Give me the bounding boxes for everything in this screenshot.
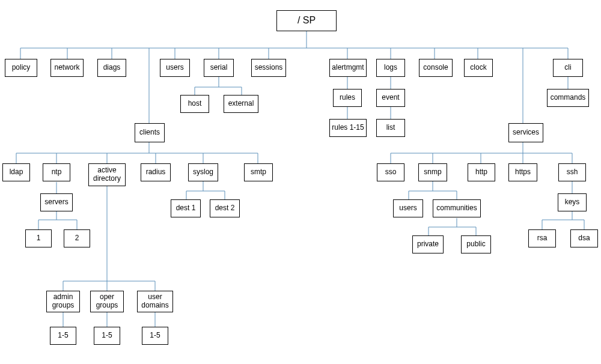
node-policy: policy bbox=[5, 59, 37, 77]
node-ssh: ssh bbox=[558, 163, 586, 181]
node-snmp: snmp bbox=[418, 163, 447, 181]
node-ad-1-5-a: 1-5 bbox=[50, 327, 76, 345]
node-oper-groups: opergroups bbox=[90, 291, 124, 312]
node-ntp: ntp bbox=[43, 163, 70, 181]
node-snmp-public: public bbox=[461, 235, 491, 253]
node-console: console bbox=[419, 59, 453, 77]
node-ad-1-5-c: 1-5 bbox=[142, 327, 168, 345]
node-alertmgmt: alertmgmt bbox=[329, 59, 367, 77]
node-snmp-communities: communities bbox=[433, 199, 481, 217]
node-cli-commands: commands bbox=[547, 89, 589, 107]
node-ad-1-5-b: 1-5 bbox=[94, 327, 120, 345]
node-logs-list: list bbox=[376, 119, 405, 137]
node-services: services bbox=[508, 123, 543, 142]
node-users: users bbox=[160, 59, 190, 77]
node-alert-rules: rules bbox=[333, 89, 362, 107]
node-diags: diags bbox=[97, 59, 126, 77]
node-syslog: syslog bbox=[188, 163, 218, 181]
node-https: https bbox=[508, 163, 537, 181]
node-alert-rules-1-15: rules 1-15 bbox=[329, 119, 367, 137]
node-serial-external: external bbox=[224, 95, 258, 113]
node-ssh-rsa: rsa bbox=[528, 229, 556, 247]
node-clients: clients bbox=[135, 123, 165, 142]
node-active-directory: activedirectory bbox=[88, 163, 126, 186]
node-sso: sso bbox=[377, 163, 404, 181]
node-root: / SP bbox=[276, 10, 337, 31]
node-sessions: sessions bbox=[251, 59, 286, 77]
node-snmp-private: private bbox=[412, 235, 444, 253]
node-serial: serial bbox=[204, 59, 234, 77]
node-http: http bbox=[468, 163, 495, 181]
node-user-domains: userdomains bbox=[137, 291, 173, 312]
node-smtp: smtp bbox=[244, 163, 273, 181]
node-serial-host: host bbox=[180, 95, 209, 113]
node-logs-event: event bbox=[376, 89, 405, 107]
node-ntp-1: 1 bbox=[25, 229, 52, 247]
node-network: network bbox=[50, 59, 84, 77]
node-syslog-dest2: dest 2 bbox=[210, 199, 240, 217]
node-ssh-keys: keys bbox=[558, 193, 587, 211]
node-radius: radius bbox=[141, 163, 171, 181]
node-ssh-dsa: dsa bbox=[570, 229, 598, 247]
node-logs: logs bbox=[376, 59, 405, 77]
node-clock: clock bbox=[464, 59, 493, 77]
node-ldap: ldap bbox=[2, 163, 30, 181]
node-ntp-2: 2 bbox=[64, 229, 90, 247]
node-ntp-servers: servers bbox=[40, 193, 73, 211]
node-admin-groups: admingroups bbox=[46, 291, 80, 312]
node-syslog-dest1: dest 1 bbox=[171, 199, 201, 217]
node-cli: cli bbox=[553, 59, 583, 77]
node-snmp-users: users bbox=[393, 199, 423, 217]
